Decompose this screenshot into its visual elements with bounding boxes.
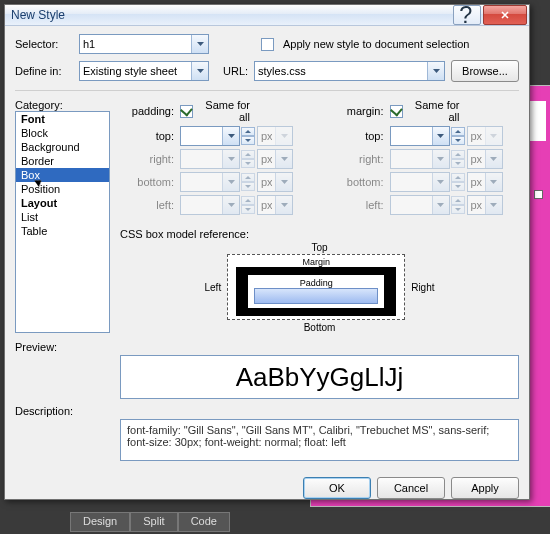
chevron-down-icon bbox=[485, 196, 502, 214]
margin-right-input bbox=[390, 149, 450, 169]
define-in-input[interactable] bbox=[80, 62, 191, 80]
chevron-down-icon bbox=[275, 127, 292, 145]
cancel-button[interactable]: Cancel bbox=[377, 477, 445, 499]
margin-right-spinner bbox=[451, 150, 465, 168]
chevron-down-icon[interactable] bbox=[427, 62, 444, 80]
bm-right-label: Right bbox=[411, 282, 434, 293]
margin-label: margin: bbox=[330, 105, 384, 117]
selector-combo[interactable] bbox=[79, 34, 209, 54]
box-model-caption: CSS box model reference: bbox=[120, 228, 519, 240]
margin-top-row: top: bbox=[330, 126, 520, 146]
padding-top-input[interactable] bbox=[180, 126, 240, 146]
padding-label: padding: bbox=[120, 105, 174, 117]
margin-bottom-input bbox=[390, 172, 450, 192]
padding-right-row: right: bbox=[120, 149, 310, 169]
titlebar[interactable]: New Style ? bbox=[5, 5, 529, 26]
category-item-position[interactable]: Position bbox=[16, 182, 109, 196]
padding-left-unit bbox=[257, 195, 293, 215]
padding-top-spinner[interactable] bbox=[241, 127, 255, 145]
category-item-list[interactable]: List bbox=[16, 210, 109, 224]
padding-right-unit bbox=[257, 149, 293, 169]
ok-button[interactable]: OK bbox=[303, 477, 371, 499]
description-label: Description: bbox=[15, 405, 110, 417]
url-combo[interactable] bbox=[254, 61, 445, 81]
preview-label: Preview: bbox=[15, 341, 110, 353]
preview-box: AaBbYyGgLlJj bbox=[120, 355, 519, 399]
padding-right-input bbox=[180, 149, 240, 169]
bm-margin: Margin Border Padding bbox=[227, 254, 405, 320]
chevron-down-icon[interactable] bbox=[191, 62, 208, 80]
chevron-down-icon bbox=[222, 196, 239, 214]
selection-handle[interactable] bbox=[534, 190, 543, 199]
margin-right-unit bbox=[467, 149, 503, 169]
category-item-block[interactable]: Block bbox=[16, 126, 109, 140]
margin-same-checkbox[interactable] bbox=[390, 105, 403, 118]
description-box: font-family: "Gill Sans", "Gill Sans MT"… bbox=[120, 419, 519, 461]
margin-left-spinner bbox=[451, 196, 465, 214]
margin-bottom-unit bbox=[467, 172, 503, 192]
chevron-down-icon bbox=[485, 150, 502, 168]
padding-bottom-unit bbox=[257, 172, 293, 192]
padding-bottom-spinner bbox=[241, 173, 255, 191]
selector-label: Selector: bbox=[15, 38, 73, 50]
padding-bottom-input bbox=[180, 172, 240, 192]
box-model-reference: CSS box model reference: Top Left Margin… bbox=[120, 228, 519, 333]
bm-bottom-label: Bottom bbox=[205, 322, 435, 333]
margin-left-row: left: bbox=[330, 195, 520, 215]
chevron-down-icon bbox=[275, 196, 292, 214]
padding-same-checkbox[interactable] bbox=[180, 105, 193, 118]
chevron-down-icon bbox=[275, 150, 292, 168]
selector-input[interactable] bbox=[80, 35, 191, 53]
padding-left-spinner bbox=[241, 196, 255, 214]
padding-right-spinner bbox=[241, 150, 255, 168]
category-item-table[interactable]: Table bbox=[16, 224, 109, 238]
url-input[interactable] bbox=[255, 62, 427, 80]
category-item-box[interactable]: Box bbox=[16, 168, 109, 182]
padding-top-unit[interactable] bbox=[257, 126, 293, 146]
tab-split[interactable]: Split bbox=[130, 512, 177, 532]
bm-padding: Padding bbox=[248, 275, 384, 308]
chevron-down-icon[interactable] bbox=[222, 127, 239, 145]
padding-top-row: top: bbox=[120, 126, 310, 146]
apply-new-style-label: Apply new style to document selection bbox=[283, 38, 470, 50]
margin-top-input[interactable] bbox=[390, 126, 450, 146]
padding-bottom-row: bottom: bbox=[120, 172, 310, 192]
close-button[interactable] bbox=[483, 5, 527, 25]
url-label: URL: bbox=[223, 65, 248, 77]
padding-group: padding: Same for all top: right: bbox=[120, 99, 310, 218]
bm-content bbox=[254, 288, 378, 304]
bm-top-label: Top bbox=[205, 242, 435, 253]
tab-design[interactable]: Design bbox=[70, 512, 130, 532]
category-label: Category: bbox=[15, 99, 110, 111]
category-item-layout[interactable]: Layout bbox=[16, 196, 109, 210]
category-item-background[interactable]: Background bbox=[16, 140, 109, 154]
margin-top-unit[interactable] bbox=[467, 126, 503, 146]
help-button[interactable]: ? bbox=[453, 5, 481, 25]
chevron-down-icon[interactable] bbox=[191, 35, 208, 53]
bm-left-label: Left bbox=[205, 282, 222, 293]
category-item-border[interactable]: Border bbox=[16, 154, 109, 168]
padding-left-row: left: bbox=[120, 195, 310, 215]
svg-text:?: ? bbox=[459, 2, 472, 28]
padding-same-label: Same for all bbox=[196, 99, 250, 123]
chevron-down-icon bbox=[432, 196, 449, 214]
tab-code[interactable]: Code bbox=[178, 512, 230, 532]
margin-right-row: right: bbox=[330, 149, 520, 169]
margin-top-spinner[interactable] bbox=[451, 127, 465, 145]
apply-button[interactable]: Apply bbox=[451, 477, 519, 499]
margin-bottom-row: bottom: bbox=[330, 172, 520, 192]
margin-left-input bbox=[390, 195, 450, 215]
dialog-title: New Style bbox=[11, 8, 451, 22]
apply-new-style-checkbox[interactable] bbox=[261, 38, 274, 51]
chevron-down-icon bbox=[222, 173, 239, 191]
category-list[interactable]: Font Block Background Border Box Positio… bbox=[15, 111, 110, 333]
chevron-down-icon bbox=[432, 173, 449, 191]
chevron-down-icon[interactable] bbox=[432, 127, 449, 145]
define-in-combo[interactable] bbox=[79, 61, 209, 81]
category-item-font[interactable]: Font bbox=[16, 112, 109, 126]
view-tabs: Design Split Code bbox=[70, 512, 230, 532]
chevron-down-icon bbox=[485, 173, 502, 191]
margin-group: margin: Same for all top: right: bbox=[330, 99, 520, 218]
browse-button[interactable]: Browse... bbox=[451, 60, 519, 82]
margin-same-label: Same for all bbox=[406, 99, 460, 123]
